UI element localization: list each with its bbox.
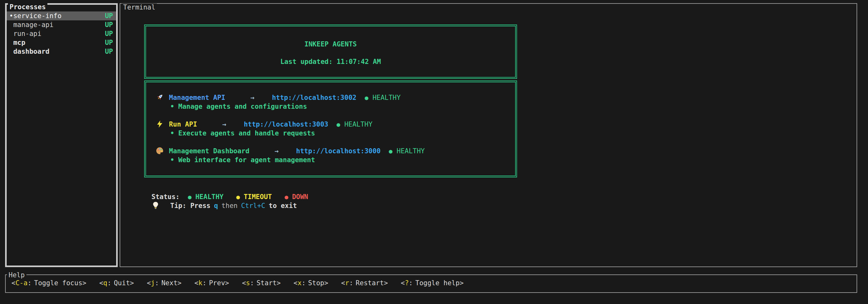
shortcut-start: <s:Start>	[242, 279, 281, 287]
header-box: INKEEP AGENTS Last updated: 11:07:42 AM	[144, 25, 517, 79]
help-panel-title: Help	[7, 271, 26, 279]
healthy-dot-icon: ●	[365, 94, 368, 101]
bulb-icon	[151, 201, 160, 209]
service-description: • Manage agents and configurations	[170, 102, 509, 111]
service-description: • Execute agents and handle requests	[170, 129, 509, 138]
help-shortcuts: <C-a:Toggle focus> <q:Quit> <j:Next> <k:…	[6, 275, 857, 288]
zap-icon	[156, 120, 164, 128]
process-row-manage-api[interactable]: manage-api UP	[7, 20, 116, 29]
app-title: INKEEP AGENTS	[146, 40, 515, 49]
shortcut-key: s	[246, 279, 250, 287]
shortcut-prev: <k:Prev>	[194, 279, 229, 287]
terminal-panel: Terminal INKEEP AGENTS Last updated: 11:…	[120, 3, 857, 267]
status-legend: Status:●HEALTHY●TIMEOUT●DOWN	[151, 192, 308, 201]
tip-line: Tip: PressqthenCtrl+Cto exit	[151, 201, 297, 210]
service-entry-management-api: Management API→http://localhost:3002●HEA…	[156, 93, 509, 111]
shortcut-toggle-help: <?:Toggle help>	[401, 279, 464, 287]
shortcut-label: Prev	[209, 279, 225, 287]
shortcut-label: Stop	[308, 279, 324, 287]
shortcut-key: r	[345, 279, 349, 287]
terminal-panel-title: Terminal	[122, 3, 157, 11]
shortcut-key: ?	[405, 279, 409, 287]
process-row-dashboard[interactable]: dashboard UP	[7, 47, 116, 56]
arrow-icon: →	[250, 94, 254, 101]
process-name: manage-api	[13, 20, 54, 29]
tip-suffix: to exit	[269, 202, 297, 209]
processes-panel: Processes • service-info UP manage-api U…	[5, 3, 118, 267]
processes-panel-title: Processes	[8, 3, 48, 11]
process-name: dashboard	[13, 47, 50, 56]
legend-item-down: ●DOWN	[284, 193, 308, 201]
status-legend-label: Status:	[151, 193, 180, 201]
shortcut-label: Restart	[356, 279, 384, 287]
service-name: Management Dashboard	[169, 147, 249, 155]
service-name: Run API	[169, 121, 197, 128]
shortcut-key: C-a	[16, 279, 28, 287]
process-row-service-info[interactable]: • service-info UP	[7, 11, 116, 20]
shortcut-label: Toggle help	[415, 279, 460, 287]
healthy-dot-icon: ●	[188, 193, 191, 200]
tui-screen: Processes • service-info UP manage-api U…	[0, 0, 868, 304]
down-dot-icon: ●	[284, 193, 288, 200]
process-status-badge: UP	[105, 29, 113, 38]
shortcut-key: j	[151, 279, 155, 287]
process-status-badge: UP	[105, 20, 113, 29]
help-panel: Help <C-a:Toggle focus> <q:Quit> <j:Next…	[5, 274, 857, 293]
service-description: • Web interface for agent management	[170, 156, 509, 164]
last-updated-text: Last updated: 11:07:42 AM	[146, 57, 515, 66]
shortcut-label: Next	[161, 279, 178, 287]
palette-icon	[156, 146, 164, 155]
service-url[interactable]: http://localhost:3002	[272, 94, 357, 101]
shortcut-key: x	[298, 279, 302, 287]
shortcut-restart: <r:Restart>	[341, 279, 388, 287]
shortcut-key: k	[198, 279, 203, 287]
process-name: mcp	[13, 38, 26, 47]
service-url[interactable]: http://localhost:3000	[296, 147, 381, 155]
process-name: run-api	[13, 29, 42, 38]
services-box: Management API→http://localhost:3002●HEA…	[144, 80, 517, 177]
rocket-icon	[156, 93, 164, 101]
shortcut-label: Quit	[114, 279, 130, 287]
tip-prefix: Tip: Press	[170, 202, 210, 209]
shortcut-quit: <q:Quit>	[99, 279, 134, 287]
shortcut-stop: <x:Stop>	[294, 279, 328, 287]
tip-middle: then	[221, 202, 238, 209]
shortcut-label: Toggle focus	[34, 279, 83, 287]
process-row-run-api[interactable]: run-api UP	[7, 29, 116, 38]
shortcut-key: q	[103, 279, 107, 287]
service-entry-management-dashboard: Management Dashboard→http://localhost:30…	[156, 146, 509, 164]
service-name: Management API	[169, 94, 225, 101]
shortcut-label: Start	[256, 279, 277, 287]
selected-bullet-icon: •	[9, 11, 13, 20]
process-name: service-info	[13, 11, 62, 20]
tip-key-ctrl-c: Ctrl+C	[241, 202, 266, 209]
arrow-icon: →	[275, 147, 279, 155]
service-entry-run-api: Run API→http://localhost:3003●HEALTHY • …	[156, 120, 509, 138]
process-status-badge: UP	[105, 11, 113, 20]
tip-key-q: q	[214, 202, 218, 209]
process-list: • service-info UP manage-api UP run-api …	[7, 5, 116, 56]
healthy-dot-icon: ●	[337, 121, 340, 128]
service-health-status: HEALTHY	[397, 147, 425, 155]
shortcut-toggle-focus: <C-a:Toggle focus>	[11, 279, 86, 287]
legend-item-timeout: ●TIMEOUT	[236, 193, 272, 201]
service-url[interactable]: http://localhost:3003	[244, 121, 328, 128]
service-health-status: HEALTHY	[344, 121, 373, 128]
process-row-mcp[interactable]: mcp UP	[7, 38, 116, 47]
healthy-dot-icon: ●	[389, 147, 392, 155]
process-status-badge: UP	[105, 47, 113, 56]
timeout-dot-icon: ●	[236, 193, 240, 200]
service-health-status: HEALTHY	[373, 94, 401, 101]
process-status-badge: UP	[105, 38, 113, 47]
arrow-icon: →	[222, 121, 226, 128]
shortcut-next: <j:Next>	[147, 279, 181, 287]
legend-item-healthy: ●HEALTHY	[188, 193, 224, 201]
